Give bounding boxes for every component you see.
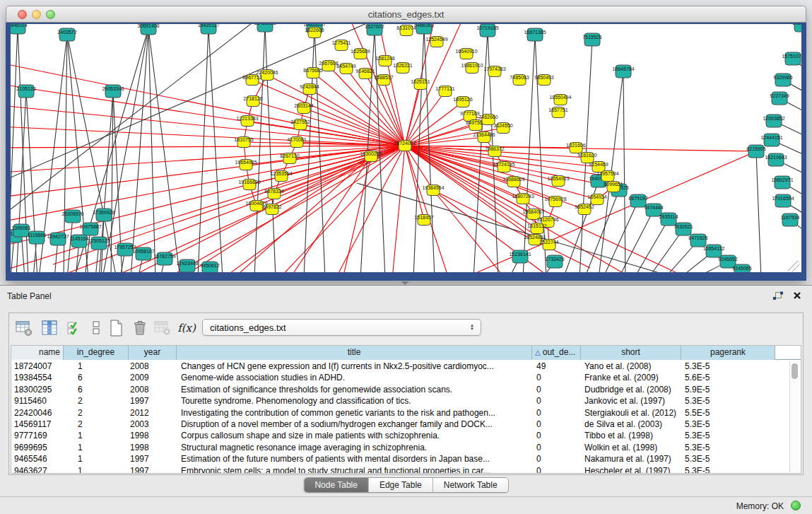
table-cell[interactable]: 0 xyxy=(532,419,581,430)
memory-status-indicator[interactable] xyxy=(791,501,801,510)
table-cell[interactable]: Stergiakouli et al. (2012) xyxy=(581,407,681,419)
table-cell[interactable]: 5.5E-5 xyxy=(681,407,775,419)
column-header-title[interactable]: title xyxy=(177,346,532,360)
table-cell[interactable]: Jankovic et al. (1997) xyxy=(581,395,681,407)
graph-edge[interactable] xyxy=(346,69,405,146)
table-row[interactable]: 969969511998Structural magnetic resonanc… xyxy=(11,442,801,453)
graph-edge[interactable] xyxy=(392,146,405,272)
table-cell[interactable]: 9699695 xyxy=(11,442,64,453)
table-cell[interactable]: Estimation of the future numbers of pati… xyxy=(177,453,532,465)
table-cell[interactable]: 22420046 xyxy=(11,407,64,419)
graph-edge[interactable] xyxy=(756,151,761,272)
graph-edge[interactable] xyxy=(131,28,148,272)
table-cell[interactable]: 0 xyxy=(532,430,581,441)
column-header-year[interactable]: year xyxy=(129,346,177,360)
table-cell[interactable]: 1997 xyxy=(129,395,177,407)
table-cell[interactable]: Nakamura et al. (1997) xyxy=(581,453,681,465)
column-header-short[interactable]: short xyxy=(581,346,681,360)
table-cell[interactable]: 9777169 xyxy=(11,430,64,441)
table-cell[interactable]: 5.3E-5 xyxy=(681,395,775,407)
function-builder-button[interactable]: f(x) xyxy=(177,318,196,338)
table-cell[interactable]: Hescheler et al. (1997) xyxy=(581,465,681,474)
table-cell[interactable]: 5.9E-5 xyxy=(681,384,775,395)
table-cell[interactable]: Tourette syndrome. Phenomenology and cla… xyxy=(177,395,532,407)
column-header-name[interactable]: name xyxy=(11,346,64,360)
table-row[interactable]: 1872400712008Changes of HCN gene express… xyxy=(11,361,801,372)
column-header-out_de[interactable]: △out_de... xyxy=(532,346,581,360)
table-cell[interactable]: 0 xyxy=(532,384,581,395)
graph-edge[interactable] xyxy=(253,101,405,146)
table-cell[interactable]: 9115460 xyxy=(11,395,64,407)
network-canvas-svg[interactable]: 1846014240357230691406184351171843198810… xyxy=(11,24,801,272)
table-cell[interactable]: 5.3E-5 xyxy=(681,453,775,465)
graph-edge[interactable] xyxy=(102,28,148,272)
graph-edge[interactable] xyxy=(208,28,223,272)
table-cell[interactable]: 0 xyxy=(532,442,581,453)
table-cell[interactable]: 5.3E-5 xyxy=(681,442,775,453)
table-row[interactable]: 946554611997Estimation of the future num… xyxy=(11,453,801,465)
table-cell[interactable]: 2 xyxy=(64,395,129,407)
tab-network-table[interactable]: Network Table xyxy=(433,478,508,492)
table-cell[interactable]: 2 xyxy=(64,419,129,430)
graph-edge[interactable] xyxy=(634,219,669,272)
table-cell[interactable]: Investigating the contribution of common… xyxy=(177,407,532,419)
table-row[interactable]: 946362711997Embryonic stem cells: a mode… xyxy=(11,465,801,474)
table-row[interactable]: 1456911722003Disruption of a novel membe… xyxy=(11,419,801,430)
scrollbar-thumb[interactable] xyxy=(792,363,798,379)
close-window-button[interactable] xyxy=(18,10,27,19)
minimize-window-button[interactable] xyxy=(32,10,41,19)
table-cell[interactable]: 2009 xyxy=(129,372,177,383)
table-cell[interactable]: 0 xyxy=(532,453,581,465)
close-panel-icon[interactable] xyxy=(792,291,802,300)
new-table-button[interactable] xyxy=(106,318,126,338)
table-cell[interactable]: 18300295 xyxy=(11,384,64,395)
graph-edge[interactable] xyxy=(148,28,155,272)
table-row[interactable]: 1938455462009Genome-wide association stu… xyxy=(11,372,801,383)
table-cell[interactable]: de Silva et al. (2003) xyxy=(581,419,681,430)
table-cell[interactable]: Genome-wide association studies in ADHD. xyxy=(177,372,532,383)
table-cell[interactable]: 0 xyxy=(532,407,581,419)
graph-edge[interactable] xyxy=(350,24,405,146)
graph-edge[interactable] xyxy=(313,73,405,146)
table-row[interactable]: 1830029562008Estimation of significance … xyxy=(11,384,801,395)
column-header-in_degree[interactable]: in_degree xyxy=(64,346,129,360)
table-cell[interactable]: 6 xyxy=(64,384,129,395)
table-cell[interactable]: 2 xyxy=(64,407,129,419)
select-columns-button[interactable] xyxy=(65,318,85,338)
graph-edge[interactable] xyxy=(310,89,405,146)
graph-edge[interactable] xyxy=(11,24,258,209)
graph-edge[interactable] xyxy=(11,146,405,247)
table-cell[interactable]: 5.3E-5 xyxy=(681,361,775,372)
table-cell[interactable]: 1998 xyxy=(129,442,177,453)
table-cell[interactable]: 5.3E-5 xyxy=(681,430,775,441)
graph-edge[interactable] xyxy=(618,210,654,272)
table-cell[interactable]: Yano et al. (2008) xyxy=(581,361,681,372)
table-cell[interactable]: 1 xyxy=(64,453,129,465)
graph-edge[interactable] xyxy=(405,146,449,272)
table-cell[interactable]: 1 xyxy=(64,442,129,453)
table-row[interactable]: 2242004622012Investigating the contribut… xyxy=(11,407,801,419)
graph-edge[interactable] xyxy=(304,27,314,272)
table-cell[interactable]: 9465546 xyxy=(11,453,64,465)
graph-edge[interactable] xyxy=(11,105,405,146)
table-cell[interactable]: 5.6E-5 xyxy=(681,372,775,383)
table-selector-dropdown[interactable]: citations_edges.txt ▲▼ xyxy=(202,319,481,336)
graph-edge[interactable] xyxy=(279,146,405,272)
graph-edge[interactable] xyxy=(11,146,405,148)
table-cell[interactable]: 5.3E-5 xyxy=(681,465,775,474)
graph-edge[interactable] xyxy=(254,25,265,272)
table-cell[interactable]: Dudbridge et al. (2008) xyxy=(581,384,681,395)
table-cell[interactable]: Corpus callosum shape and size in male p… xyxy=(177,430,532,441)
table-cell[interactable]: 14569117 xyxy=(11,419,64,430)
table-cell[interactable]: 2012 xyxy=(129,407,177,419)
table-cell[interactable]: 6 xyxy=(64,372,129,383)
table-cell[interactable]: Embryonic stem cells: a model to study s… xyxy=(177,465,532,474)
zoom-window-button[interactable] xyxy=(46,10,55,19)
graph-edge[interactable] xyxy=(623,71,625,272)
table-cell[interactable]: Estimation of significance thresholds fo… xyxy=(177,384,532,395)
table-cell[interactable]: Tibbo et al. (1998) xyxy=(581,430,681,441)
graph-edge[interactable] xyxy=(11,63,405,146)
table-cell[interactable]: 49 xyxy=(532,361,581,372)
network-window-titlebar[interactable]: citations_edges.txt xyxy=(6,6,806,23)
network-canvas[interactable]: 1846014240357230691406184351171843198810… xyxy=(11,24,801,272)
